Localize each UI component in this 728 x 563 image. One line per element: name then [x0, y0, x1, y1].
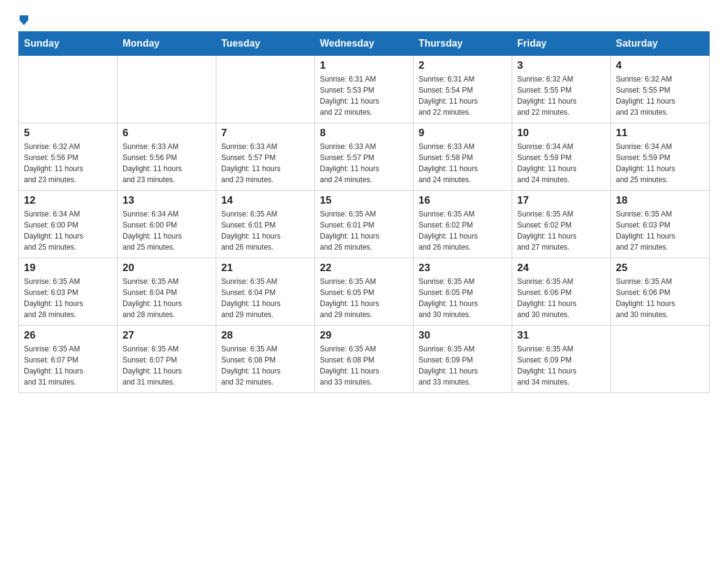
calendar-day-cell: 7Sunrise: 6:33 AM Sunset: 5:57 PM Daylig… [216, 123, 315, 191]
calendar-day-cell: 16Sunrise: 6:35 AM Sunset: 6:02 PM Dayli… [414, 191, 512, 258]
day-info: Sunrise: 6:35 AM Sunset: 6:09 PM Dayligh… [517, 343, 605, 388]
day-info: Sunrise: 6:33 AM Sunset: 5:57 PM Dayligh… [320, 141, 408, 185]
calendar-day-cell: 19Sunrise: 6:35 AM Sunset: 6:03 PM Dayli… [19, 258, 118, 326]
calendar-day-cell: 18Sunrise: 6:35 AM Sunset: 6:03 PM Dayli… [611, 191, 710, 258]
day-info: Sunrise: 6:32 AM Sunset: 5:55 PM Dayligh… [616, 74, 704, 118]
calendar-day-cell: 20Sunrise: 6:35 AM Sunset: 6:04 PM Dayli… [118, 258, 216, 326]
calendar-day-cell: 29Sunrise: 6:35 AM Sunset: 6:08 PM Dayli… [315, 326, 414, 393]
day-number: 23 [419, 262, 507, 274]
calendar-day-cell: 22Sunrise: 6:35 AM Sunset: 6:05 PM Dayli… [315, 258, 414, 326]
day-info: Sunrise: 6:34 AM Sunset: 6:00 PM Dayligh… [24, 209, 112, 253]
calendar-day-cell: 25Sunrise: 6:35 AM Sunset: 6:06 PM Dayli… [611, 258, 710, 326]
day-info: Sunrise: 6:32 AM Sunset: 5:55 PM Dayligh… [517, 74, 605, 118]
day-info: Sunrise: 6:35 AM Sunset: 6:05 PM Dayligh… [320, 276, 408, 320]
day-info: Sunrise: 6:35 AM Sunset: 6:02 PM Dayligh… [517, 209, 605, 253]
calendar-day-cell: 24Sunrise: 6:35 AM Sunset: 6:06 PM Dayli… [512, 258, 611, 326]
day-number: 26 [24, 329, 112, 342]
day-number: 24 [517, 262, 605, 274]
day-number: 11 [616, 127, 704, 139]
day-number: 27 [123, 329, 211, 342]
day-info: Sunrise: 6:35 AM Sunset: 6:02 PM Dayligh… [419, 209, 507, 253]
day-number: 29 [320, 329, 408, 342]
day-number: 22 [320, 262, 408, 274]
calendar-day-cell: 11Sunrise: 6:34 AM Sunset: 5:59 PM Dayli… [611, 123, 710, 191]
calendar-header-saturday: Saturday [611, 32, 710, 56]
day-number: 20 [123, 262, 211, 274]
day-number: 15 [320, 194, 408, 207]
day-info: Sunrise: 6:34 AM Sunset: 5:59 PM Dayligh… [616, 141, 704, 185]
day-number: 21 [221, 262, 309, 274]
day-info: Sunrise: 6:35 AM Sunset: 6:03 PM Dayligh… [24, 276, 112, 320]
calendar-day-cell: 15Sunrise: 6:35 AM Sunset: 6:01 PM Dayli… [315, 191, 414, 258]
day-number: 14 [221, 194, 309, 207]
day-info: Sunrise: 6:35 AM Sunset: 6:04 PM Dayligh… [123, 276, 211, 320]
calendar-day-cell: 9Sunrise: 6:33 AM Sunset: 5:58 PM Daylig… [414, 123, 512, 191]
calendar-header-thursday: Thursday [414, 32, 512, 56]
day-info: Sunrise: 6:33 AM Sunset: 5:58 PM Dayligh… [419, 141, 507, 185]
calendar-day-cell: 30Sunrise: 6:35 AM Sunset: 6:09 PM Dayli… [414, 326, 512, 393]
day-number: 5 [24, 127, 112, 139]
calendar-table: SundayMondayTuesdayWednesdayThursdayFrid… [18, 31, 710, 393]
calendar-week-row: 19Sunrise: 6:35 AM Sunset: 6:03 PM Dayli… [19, 258, 710, 326]
calendar-day-cell: 17Sunrise: 6:35 AM Sunset: 6:02 PM Dayli… [512, 191, 611, 258]
day-info: Sunrise: 6:35 AM Sunset: 6:05 PM Dayligh… [419, 276, 507, 320]
day-info: Sunrise: 6:35 AM Sunset: 6:01 PM Dayligh… [320, 209, 408, 253]
calendar-day-cell: 4Sunrise: 6:32 AM Sunset: 5:55 PM Daylig… [611, 56, 710, 123]
day-number: 25 [616, 262, 704, 274]
day-info: Sunrise: 6:34 AM Sunset: 5:59 PM Dayligh… [517, 141, 605, 185]
day-number: 30 [419, 329, 507, 342]
day-number: 6 [123, 127, 211, 139]
calendar-week-row: 26Sunrise: 6:35 AM Sunset: 6:07 PM Dayli… [19, 326, 710, 393]
day-number: 28 [221, 329, 309, 342]
day-number: 3 [517, 59, 605, 72]
day-info: Sunrise: 6:35 AM Sunset: 6:04 PM Dayligh… [221, 276, 309, 320]
calendar-header-sunday: Sunday [19, 32, 118, 56]
day-info: Sunrise: 6:32 AM Sunset: 5:56 PM Dayligh… [24, 141, 112, 185]
day-info: Sunrise: 6:33 AM Sunset: 5:56 PM Dayligh… [123, 141, 211, 185]
day-info: Sunrise: 6:34 AM Sunset: 6:00 PM Dayligh… [123, 209, 211, 253]
calendar-day-cell: 6Sunrise: 6:33 AM Sunset: 5:56 PM Daylig… [118, 123, 216, 191]
day-number: 7 [221, 127, 309, 139]
calendar-day-cell: 2Sunrise: 6:31 AM Sunset: 5:54 PM Daylig… [414, 56, 512, 123]
calendar-day-cell: 21Sunrise: 6:35 AM Sunset: 6:04 PM Dayli… [216, 258, 315, 326]
calendar-week-row: 12Sunrise: 6:34 AM Sunset: 6:00 PM Dayli… [19, 191, 710, 258]
day-info: Sunrise: 6:35 AM Sunset: 6:08 PM Dayligh… [221, 343, 309, 388]
calendar-day-cell: 31Sunrise: 6:35 AM Sunset: 6:09 PM Dayli… [512, 326, 611, 393]
calendar-day-cell [19, 56, 118, 123]
day-number: 4 [616, 59, 704, 72]
day-info: Sunrise: 6:35 AM Sunset: 6:06 PM Dayligh… [616, 276, 704, 320]
day-info: Sunrise: 6:35 AM Sunset: 6:09 PM Dayligh… [419, 343, 507, 388]
day-number: 17 [517, 194, 605, 207]
calendar-header-wednesday: Wednesday [315, 32, 414, 56]
day-info: Sunrise: 6:31 AM Sunset: 5:54 PM Dayligh… [419, 74, 507, 118]
calendar-day-cell: 12Sunrise: 6:34 AM Sunset: 6:00 PM Dayli… [19, 191, 118, 258]
day-info: Sunrise: 6:33 AM Sunset: 5:57 PM Dayligh… [221, 141, 309, 185]
day-number: 31 [517, 329, 605, 342]
day-info: Sunrise: 6:31 AM Sunset: 5:53 PM Dayligh… [320, 74, 408, 118]
calendar-header-monday: Monday [118, 32, 216, 56]
calendar-day-cell: 28Sunrise: 6:35 AM Sunset: 6:08 PM Dayli… [216, 326, 315, 393]
day-number: 19 [24, 262, 112, 274]
day-info: Sunrise: 6:35 AM Sunset: 6:03 PM Dayligh… [616, 209, 704, 253]
calendar-day-cell [216, 56, 315, 123]
day-number: 1 [320, 59, 408, 72]
day-number: 13 [123, 194, 211, 207]
calendar-day-cell: 13Sunrise: 6:34 AM Sunset: 6:00 PM Dayli… [118, 191, 216, 258]
day-number: 9 [419, 127, 507, 139]
logo-flag-icon [20, 15, 28, 25]
calendar-header-tuesday: Tuesday [216, 32, 315, 56]
calendar-day-cell [611, 326, 710, 393]
page-header [18, 12, 710, 25]
calendar-day-cell: 10Sunrise: 6:34 AM Sunset: 5:59 PM Dayli… [512, 123, 611, 191]
day-number: 12 [24, 194, 112, 207]
day-info: Sunrise: 6:35 AM Sunset: 6:01 PM Dayligh… [221, 209, 309, 253]
calendar-day-cell: 27Sunrise: 6:35 AM Sunset: 6:07 PM Dayli… [118, 326, 216, 393]
day-number: 16 [419, 194, 507, 207]
day-info: Sunrise: 6:35 AM Sunset: 6:07 PM Dayligh… [24, 343, 112, 388]
day-number: 2 [419, 59, 507, 72]
calendar-header-row: SundayMondayTuesdayWednesdayThursdayFrid… [19, 32, 710, 56]
calendar-day-cell [118, 56, 216, 123]
day-info: Sunrise: 6:35 AM Sunset: 6:07 PM Dayligh… [123, 343, 211, 388]
calendar-day-cell: 1Sunrise: 6:31 AM Sunset: 5:53 PM Daylig… [315, 56, 414, 123]
calendar-day-cell: 8Sunrise: 6:33 AM Sunset: 5:57 PM Daylig… [315, 123, 414, 191]
